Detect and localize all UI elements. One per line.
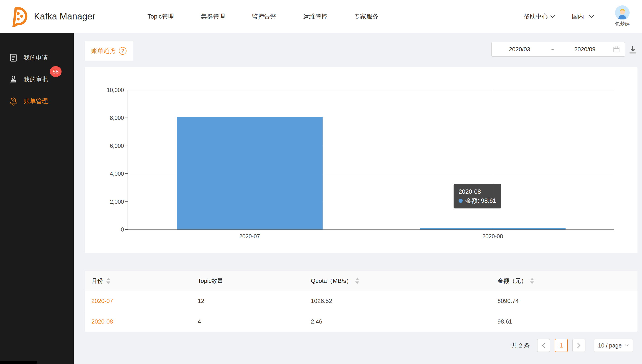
y-axis-label: 6,000 [110,142,124,149]
amount-cell: 98.61 [497,318,631,325]
sidebar-menu: 我的申请 我的审批 58 账单管理 [0,33,74,112]
column-label: 月份 [91,277,103,285]
month-link[interactable]: 2020-07 [91,298,113,304]
billing-trend-chart-card: 10,000 8,000 6,000 4,000 2,000 0 2020-07… [85,67,637,253]
date-range-picker[interactable]: 2020/03 ~ 2020/09 [491,42,625,57]
date-start-value[interactable]: 2020/03 [492,46,547,53]
chevron-right-icon [577,342,581,348]
gridline [128,90,614,90]
y-axis-label: 0 [121,226,124,233]
sort-carets-icon[interactable] [530,278,534,284]
column-header-quota[interactable]: Quota（MB/s） [311,277,497,285]
billing-table: 月份 Topic数量 Quota（MB/s） 金额（元） 2020-07 12 [85,271,637,332]
crosshair-line [493,90,493,230]
sort-carets-icon[interactable] [106,278,110,284]
amount-cell: 8090.74 [497,298,631,304]
sidebar-item-billing-management[interactable]: 账单管理 [0,90,74,112]
next-page-button[interactable] [572,339,585,352]
sidebar-item-my-applications[interactable]: 我的申请 [0,47,74,68]
avatar [615,6,629,20]
bar-2020-08[interactable] [420,228,565,230]
help-center-label: 帮助中心 [523,12,548,20]
main-content: 账单趋势 ? 2020/03 ~ 2020/09 [74,33,642,364]
plot-area: 10,000 8,000 6,000 4,000 2,000 0 2020-07… [128,90,614,230]
chevron-down-icon [589,15,594,18]
column-header-topic-count: Topic数量 [198,277,311,285]
help-circle-icon[interactable]: ? [119,47,127,55]
x-axis-line [125,230,614,230]
avatar-image [615,6,629,20]
sidebar-item-label: 我的审批 [24,75,48,84]
table-row: 2020-07 12 1026.52 8090.74 [85,291,637,311]
tooltip-value: 金额: 98.61 [465,196,496,205]
app-title: Kafka Manager [34,11,95,22]
date-end-value[interactable]: 2020/09 [557,46,612,53]
x-axis-label: 2020-07 [239,233,260,240]
region-label: 国内 [572,12,584,20]
y-tick [125,174,128,174]
top-navbar: Kafka Manager Topic管理 集群管理 监控告警 运维管控 专家服… [0,0,642,33]
tab-label: 账单趋势 [91,47,116,55]
stamp-icon [9,74,18,84]
x-axis-label: 2020-08 [482,233,503,240]
help-glyph: ? [121,48,124,54]
download-icon [627,44,638,55]
chevron-down-icon [625,344,629,347]
nav-cluster-management[interactable]: 集群管理 [201,12,225,20]
date-range-separator: ~ [547,46,557,53]
page-1-button[interactable]: 1 [555,339,568,352]
sidebar: 我的申请 我的审批 58 账单管理 [0,33,74,364]
main-nav: Topic管理 集群管理 监控告警 运维管控 专家服务 [148,0,378,33]
month-link[interactable]: 2020-08 [91,318,113,325]
column-header-month[interactable]: 月份 [91,277,198,285]
download-button[interactable] [627,44,638,55]
y-axis-line [128,90,128,230]
total-count-text: 共 2 条 [511,342,530,350]
table-header-row: 月份 Topic数量 Quota（MB/s） 金额（元） [85,271,637,291]
prev-page-button[interactable] [537,339,550,352]
horizontal-scrollbar-thumb[interactable] [0,360,37,364]
nav-ops-control[interactable]: 运维管控 [303,12,327,20]
column-header-amount[interactable]: 金额（元） [497,277,631,285]
sidebar-item-label: 我的申请 [24,54,48,62]
quota-cell: 1026.52 [311,298,497,304]
kafka-manager-logo[interactable] [10,6,30,27]
tab-billing-trend[interactable]: 账单趋势 ? [85,41,133,60]
pagination: 共 2 条 1 10 / page [511,339,633,352]
column-label: Quota（MB/s） [311,277,352,285]
approvals-count-badge: 58 [50,66,62,77]
region-selector[interactable]: 国内 [572,12,594,20]
y-tick [125,146,128,146]
kafka-manager-page: Kafka Manager Topic管理 集群管理 监控告警 运维管控 专家服… [0,0,642,364]
nav-monitoring-alerts[interactable]: 监控告警 [252,12,276,20]
table-row: 2020-08 4 2.46 98.61 [85,311,637,332]
y-tick [125,118,128,118]
chart-tooltip: 2020-08 金额: 98.61 [454,184,501,208]
chevron-left-icon [541,342,546,348]
y-tick [125,90,128,90]
y-tick [125,229,128,230]
logo-icon [10,6,30,27]
help-center-menu[interactable]: 帮助中心 [523,12,555,20]
user-menu[interactable]: 包梦婷 [615,6,630,27]
calendar-icon[interactable] [612,46,620,53]
nav-topic-management[interactable]: Topic管理 [148,12,174,20]
column-label: Topic数量 [198,277,223,285]
chevron-down-icon [550,15,555,18]
column-label: 金额（元） [497,277,527,285]
topic-count-cell: 4 [198,318,311,325]
y-axis-label: 4,000 [110,170,124,177]
nav-expert-service[interactable]: 专家服务 [354,12,378,20]
series-dot-icon [458,199,463,203]
sort-carets-icon[interactable] [355,278,359,284]
navbar-right: 帮助中心 国内 包梦婷 [523,0,630,33]
sidebar-item-my-approvals[interactable]: 我的审批 58 [0,68,74,90]
y-axis-label: 10,000 [107,87,124,93]
clipboard-icon [9,53,18,62]
sidebar-item-label: 账单管理 [24,97,48,105]
y-axis-label: 8,000 [110,115,124,121]
page-size-value: 10 / page [598,342,622,349]
bar-2020-07[interactable] [177,117,323,230]
page-size-select[interactable]: 10 / page [593,339,633,352]
bell-icon [9,96,18,106]
